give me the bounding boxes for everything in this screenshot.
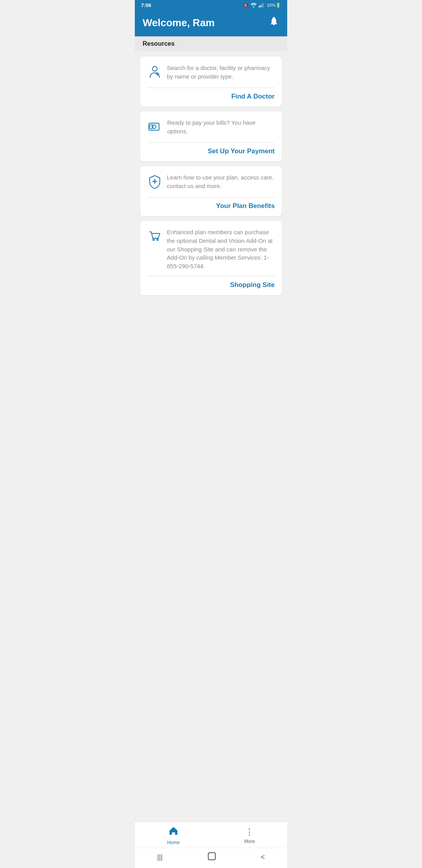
svg-point-5	[152, 66, 157, 71]
status-icons: 🔇 10%🔋	[243, 3, 281, 8]
android-back-btn[interactable]: <	[261, 853, 265, 861]
more-icon: ⋮	[245, 827, 254, 837]
card-top-4: Enhanced plan members can purchase the o…	[147, 228, 275, 276]
payment-card: Ready to pay your bills? You have option…	[140, 111, 282, 161]
svg-rect-15	[208, 853, 215, 860]
svg-rect-8	[149, 123, 159, 130]
battery-level: 10%🔋	[267, 3, 281, 8]
mute-icon: 🔇	[243, 3, 249, 8]
svg-point-0	[253, 6, 254, 7]
shopping-site-link[interactable]: Shopping Site	[230, 281, 275, 289]
nav-home[interactable]: Home	[167, 826, 180, 845]
svg-point-10	[149, 125, 153, 129]
svg-rect-4	[263, 3, 264, 7]
header-title: Welcome, Ram	[143, 17, 215, 29]
card-top-3: Learn how to use your plan, access care,…	[147, 173, 275, 197]
android-recent-btn[interactable]: |||	[157, 853, 163, 861]
nav-more[interactable]: ⋮ More	[244, 827, 255, 844]
home-icon	[168, 826, 179, 838]
payment-card-description: Ready to pay your bills? You have option…	[167, 118, 275, 136]
cart-icon	[147, 229, 161, 246]
section-label: Resources	[135, 36, 287, 51]
svg-point-14	[157, 239, 158, 240]
signal-icon	[259, 3, 265, 8]
nav-more-label: More	[244, 839, 255, 844]
find-a-doctor-card: Search for a doctor, facility or pharmac…	[140, 57, 282, 107]
content-area: Search for a doctor, facility or pharmac…	[135, 51, 287, 816]
svg-rect-3	[261, 4, 263, 7]
android-home-btn[interactable]	[207, 852, 216, 863]
doctor-icon	[147, 65, 161, 82]
bottom-nav: Home ⋮ More	[135, 821, 287, 848]
svg-rect-1	[259, 6, 260, 7]
payment-link[interactable]: Set Up Your Payment	[208, 147, 275, 155]
payment-action[interactable]: Set Up Your Payment	[147, 143, 275, 155]
shopping-card-description: Enhanced plan members can purchase the o…	[167, 228, 275, 271]
find-a-doctor-action[interactable]: Find A Doctor	[147, 88, 275, 100]
header: Welcome, Ram	[135, 11, 287, 36]
find-a-doctor-link[interactable]: Find A Doctor	[231, 93, 275, 100]
plan-benefits-card: Learn how to use your plan, access care,…	[140, 166, 282, 216]
plan-card-description: Learn how to use your plan, access care,…	[167, 173, 275, 190]
status-bar: 7:06 🔇 10%🔋	[135, 0, 287, 11]
doctor-card-description: Search for a doctor, facility or pharmac…	[167, 64, 275, 81]
wifi-icon	[250, 3, 257, 8]
android-nav: ||| <	[135, 848, 287, 868]
plan-benefits-link[interactable]: Your Plan Benefits	[216, 202, 275, 210]
plan-action[interactable]: Your Plan Benefits	[147, 197, 275, 210]
svg-rect-2	[260, 5, 261, 7]
card-top-1: Search for a doctor, facility or pharmac…	[147, 64, 275, 88]
svg-point-13	[153, 239, 154, 240]
shopping-action[interactable]: Shopping Site	[147, 276, 275, 289]
nav-home-label: Home	[167, 840, 180, 845]
shopping-card: Enhanced plan members can purchase the o…	[140, 221, 282, 295]
bell-icon[interactable]	[268, 16, 279, 29]
card-top-2: Ready to pay your bills? You have option…	[147, 118, 275, 143]
plan-icon	[147, 174, 161, 192]
status-time: 7:06	[141, 2, 151, 8]
payment-icon	[147, 119, 162, 137]
